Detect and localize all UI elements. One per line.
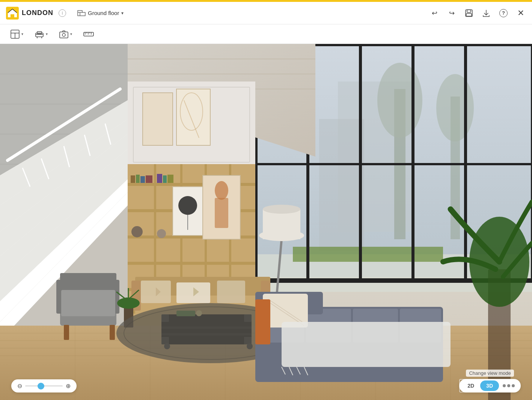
zoom-in-button[interactable]: ⊕ (66, 382, 71, 389)
svg-rect-91 (176, 89, 210, 145)
viewport: HomeByMe ⊖ ⊕ Change view mode 2D 3D (0, 44, 532, 400)
svg-point-85 (131, 226, 143, 237)
room-render: HomeByMe (0, 44, 532, 400)
svg-rect-149 (282, 322, 451, 367)
close-button[interactable]: ✕ (515, 8, 526, 18)
svg-rect-78 (131, 175, 135, 183)
svg-rect-82 (157, 174, 162, 183)
floor-plan-button[interactable]: ▾ (6, 27, 27, 42)
svg-rect-126 (61, 290, 115, 316)
room-scene (0, 44, 532, 400)
header-bar: LONDON i Ground floor ▾ ↩ ↪ (0, 2, 532, 24)
download-icon (482, 9, 490, 17)
redo-button[interactable]: ↪ (446, 8, 457, 18)
save-icon (465, 9, 473, 17)
svg-rect-99 (215, 198, 228, 228)
svg-point-86 (157, 229, 166, 238)
view-perspective-button[interactable] (499, 382, 518, 389)
svg-point-98 (215, 181, 228, 200)
svg-rect-90 (143, 93, 173, 145)
svg-point-8 (62, 33, 65, 36)
perspective-dot-1 (503, 384, 506, 387)
floor-plan-icon (77, 10, 86, 16)
floor-plan-tool-icon (10, 29, 20, 39)
svg-rect-3 (466, 14, 472, 16)
svg-rect-123 (110, 325, 115, 340)
svg-point-137 (263, 205, 300, 214)
camera-icon (59, 29, 69, 39)
svg-rect-7 (60, 32, 68, 38)
floor-chevron-icon: ▾ (121, 11, 124, 16)
svg-rect-81 (146, 175, 152, 183)
svg-rect-71 (128, 262, 255, 265)
camera-chevron: ▾ (70, 32, 72, 36)
furniture-icon (35, 29, 44, 39)
change-view-label: Change view mode (466, 370, 514, 377)
header-actions: ↩ ↪ ? ✕ (429, 8, 526, 18)
view-2d-button[interactable]: 2D (461, 380, 480, 391)
info-button[interactable]: i (59, 9, 66, 17)
svg-rect-2 (467, 10, 471, 12)
zoom-slider[interactable] (25, 385, 63, 386)
perspective-dot-2 (507, 384, 510, 387)
camera-button[interactable]: ▾ (55, 27, 76, 42)
svg-rect-6 (37, 32, 42, 34)
app-title: LONDON (22, 9, 53, 17)
svg-rect-84 (167, 175, 173, 183)
floor-plan-chevron: ▾ (21, 32, 23, 36)
svg-point-16 (436, 74, 474, 142)
view-3d-button[interactable]: 3D (480, 380, 499, 391)
furniture-chevron: ▾ (46, 32, 48, 36)
svg-rect-122 (64, 325, 69, 340)
floor-name-label: Ground floor (88, 10, 119, 16)
undo-button[interactable]: ↩ (429, 8, 440, 18)
svg-rect-83 (163, 175, 167, 183)
save-button[interactable] (464, 8, 474, 18)
svg-rect-154 (255, 299, 270, 344)
furniture-button[interactable]: ▾ (30, 27, 52, 42)
download-button[interactable] (481, 8, 491, 18)
svg-point-14 (377, 63, 422, 138)
zoom-control: ⊖ ⊕ (11, 379, 77, 392)
svg-rect-80 (140, 176, 145, 183)
view-mode-panel: Change view mode 2D 3D (459, 370, 521, 392)
svg-rect-79 (136, 175, 140, 183)
svg-rect-106 (217, 281, 245, 303)
svg-point-95 (178, 196, 197, 215)
zoom-out-button[interactable]: ⊖ (17, 382, 22, 389)
svg-rect-18 (293, 247, 443, 262)
app-logo-icon (6, 7, 19, 20)
bottom-controls: ⊖ ⊕ Change view mode 2D 3D (0, 370, 532, 392)
measure-button[interactable] (79, 28, 98, 41)
view-mode-buttons: 2D 3D (459, 379, 521, 392)
perspective-dot-3 (512, 384, 515, 387)
svg-rect-12 (319, 119, 364, 251)
logo-area: LONDON i (6, 7, 66, 20)
floor-selector[interactable]: Ground floor ▾ (74, 8, 127, 18)
help-button[interactable]: ? (498, 8, 509, 18)
toolbar: ▾ ▾ ▾ (0, 24, 532, 44)
measure-icon (83, 30, 94, 38)
